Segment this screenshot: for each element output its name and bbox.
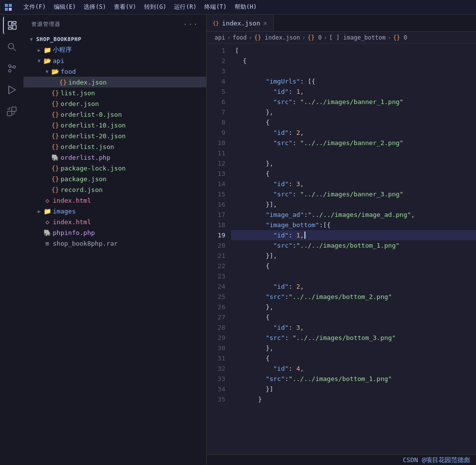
code-line-4: "imgUrls": [{	[231, 76, 476, 86]
sidebar-item-index-json[interactable]: {} index.json	[23, 77, 206, 87]
sidebar-item-index-html-root[interactable]: ◇ index.html	[23, 216, 206, 227]
code-line-28: "id": 3,	[231, 322, 476, 333]
sidebar-item-rar[interactable]: ≡ shop_book8php.rar	[23, 238, 206, 249]
tree-root[interactable]: ▼ SHOP_BOOK8PHP	[23, 34, 206, 44]
app-logo	[4, 3, 13, 12]
svg-rect-7	[8, 27, 12, 29]
food-folder-icon: 📂	[51, 68, 60, 75]
php-icon: 🐘	[51, 154, 60, 161]
svg-marker-14	[9, 86, 16, 94]
breadcrumb-food: food	[233, 34, 247, 41]
code-line-19: "id": 1,	[231, 230, 476, 240]
sidebar-item-record-json[interactable]: {} record.json	[23, 184, 206, 195]
svg-rect-6	[13, 25, 16, 29]
svg-rect-1	[9, 4, 12, 7]
sidebar-item-food[interactable]: ▼ 📂 food	[23, 66, 206, 77]
sidebar-header: 资源管理器 ···	[23, 15, 206, 34]
menu-bar[interactable]: 文件(F)编辑(E)选择(S)查看(V)转到(G)运行(R)终端(T)帮助(H)	[21, 2, 260, 12]
sidebar-item-images[interactable]: ▶ 📁 images	[23, 206, 206, 216]
breadcrumb-0: {} 0	[307, 34, 322, 41]
sidebar-item-orderlist-10-json[interactable]: {} orderlist-10.json	[23, 120, 206, 130]
svg-rect-17	[12, 107, 16, 111]
images-folder-icon: 📁	[43, 208, 52, 215]
package-json-label: package.json	[61, 175, 107, 183]
json-icon: {}	[51, 111, 60, 118]
code-line-30: },	[231, 343, 476, 353]
line-numbers: 1 2 3 4 5 6 7 8 9 10 11 12 13 14 15 16 1…	[207, 43, 231, 454]
code-line-15: "src": "../../images/banner_3.png"	[231, 189, 476, 199]
sidebar-item-orderlist-json[interactable]: {} orderlist.json	[23, 141, 206, 152]
code-line-8: {	[231, 117, 476, 127]
svg-rect-3	[9, 8, 12, 11]
folder-icon: 📁	[43, 46, 52, 54]
sidebar-item-package-lock-json[interactable]: {} package-lock.json	[23, 163, 206, 173]
rar-icon: ≡	[43, 240, 52, 247]
run-icon[interactable]	[3, 81, 21, 99]
json-icon: {}	[51, 89, 60, 97]
code-line-13: {	[231, 169, 476, 179]
sidebar-item-package-json[interactable]: {} package.json	[23, 173, 206, 184]
code-line-24: "id": 2,	[231, 281, 476, 292]
sidebar-item-order-json[interactable]: {} order.json	[23, 98, 206, 109]
sidebar-item-orderlist-php[interactable]: 🐘 orderlist.php	[23, 152, 206, 163]
json-icon: {}	[51, 143, 60, 150]
breadcrumb-image-bottom: [ ] image_bottom	[329, 34, 386, 41]
activity-bar	[0, 15, 23, 465]
orderlist-0-json-label: orderlist-0.json	[61, 111, 122, 118]
sidebar: 资源管理器 ··· ▼ SHOP_BOOK8PHP ▶ 📁 小程序 ▼ 📂 ap…	[23, 15, 207, 465]
tab-close-button[interactable]: ✕	[263, 19, 267, 27]
search-icon[interactable]	[3, 38, 21, 56]
json-icon: {}	[51, 165, 60, 172]
explorer-icon[interactable]	[3, 17, 21, 34]
editor-area: {} index.json ✕ api › food › {} index.js…	[207, 15, 476, 465]
svg-rect-0	[5, 4, 8, 7]
main-layout: 资源管理器 ··· ▼ SHOP_BOOK8PHP ▶ 📁 小程序 ▼ 📂 ap…	[0, 15, 476, 465]
code-line-6: "src": "../../images/banner_1.png"	[231, 97, 476, 107]
code-line-31: {	[231, 353, 476, 363]
source-control-icon[interactable]	[3, 60, 21, 77]
sidebar-item-phpinfo[interactable]: 🐘 phpinfo.php	[23, 227, 206, 238]
sidebar-item-orderlist-20-json[interactable]: {} orderlist-20.json	[23, 130, 206, 141]
root-arrow: ▼	[27, 37, 35, 42]
code-line-26: },	[231, 302, 476, 312]
images-label: images	[53, 208, 76, 215]
rar-label: shop_book8php.rar	[53, 240, 118, 247]
code-line-7: },	[231, 107, 476, 117]
code-line-29: "src": "../../images/bottom_3.png"	[231, 333, 476, 343]
extensions-icon[interactable]	[3, 103, 21, 120]
sidebar-item-api[interactable]: ▼ 📂 api	[23, 55, 206, 66]
code-line-23	[231, 271, 476, 281]
sidebar-item-orderlist-0-json[interactable]: {} orderlist-0.json	[23, 109, 206, 120]
sidebar-item-index-html-api[interactable]: ◇ index.html	[23, 195, 206, 206]
package-lock-json-label: package-lock.json	[61, 165, 126, 172]
html-icon: ◇	[43, 218, 52, 226]
sidebar-menu-button[interactable]: ···	[183, 20, 198, 29]
food-label: food	[61, 68, 76, 75]
index-html-api-label: index.html	[53, 197, 91, 204]
watermark-text: CSDN @项目花园范德彪	[403, 456, 470, 465]
sidebar-item-mini-program[interactable]: ▶ 📁 小程序	[23, 44, 206, 55]
code-editor[interactable]: 1 2 3 4 5 6 7 8 9 10 11 12 13 14 15 16 1…	[207, 43, 476, 454]
code-line-12: },	[231, 158, 476, 169]
code-line-16: }],	[231, 199, 476, 210]
record-json-label: record.json	[61, 186, 103, 193]
json-icon: {}	[51, 175, 60, 183]
orderlist-10-json-label: orderlist-10.json	[61, 122, 126, 129]
code-line-22: {	[231, 261, 476, 271]
svg-rect-4	[8, 21, 12, 26]
code-line-33: "src":"../../images/bottom_1.png"	[231, 374, 476, 384]
breadcrumb-api: api	[215, 34, 225, 41]
title-bar: 文件(F)编辑(E)选择(S)查看(V)转到(G)运行(R)终端(T)帮助(H)	[0, 0, 476, 15]
svg-rect-16	[7, 111, 12, 116]
code-content[interactable]: [ { "imgUrls": [{ "id": 1, "src": "../..…	[231, 43, 476, 454]
code-line-32: "id": 4,	[231, 363, 476, 374]
phpinfo-label: phpinfo.php	[53, 229, 95, 236]
json-icon: {}	[59, 79, 67, 86]
code-line-2: {	[231, 56, 476, 66]
tab-bar: {} index.json ✕	[207, 15, 476, 32]
tab-label: index.json	[222, 20, 260, 27]
sidebar-item-list-json[interactable]: {} list.json	[23, 87, 206, 98]
svg-rect-5	[13, 21, 16, 23]
svg-point-8	[8, 43, 14, 49]
editor-tab-index-json[interactable]: {} index.json ✕	[207, 15, 274, 31]
